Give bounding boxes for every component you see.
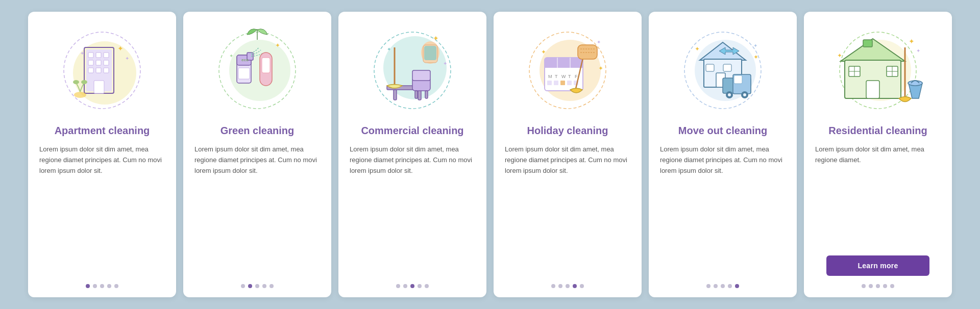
dot-1 <box>86 284 90 288</box>
dot-1 <box>241 284 245 288</box>
dot-2 <box>869 284 873 288</box>
svg-rect-36 <box>418 90 421 100</box>
svg-text:✦: ✦ <box>541 48 546 56</box>
svg-rect-62 <box>560 81 565 85</box>
card-dots-holiday <box>494 284 642 288</box>
card-commercial: ✦ ✦ ✦ Commercial cleaning Lorem ipsum do… <box>338 12 486 297</box>
svg-rect-100 <box>866 81 879 98</box>
card-content-residential: Residential cleaning Lorem ipsum dolor s… <box>804 124 952 276</box>
svg-text:✦: ✦ <box>443 61 447 66</box>
svg-rect-44 <box>424 46 436 60</box>
card-content-green: Green cleaning Lorem ipsum dolor sit dim… <box>183 124 331 276</box>
dot-3 <box>410 284 414 288</box>
svg-rect-77 <box>706 64 714 71</box>
svg-text:✦: ✦ <box>837 52 842 59</box>
dot-3 <box>100 284 104 288</box>
svg-text:✦: ✦ <box>117 44 124 53</box>
dot-3 <box>566 284 570 288</box>
dot-5 <box>425 284 429 288</box>
illustration-apartment: ✦ ✦ ✦ <box>28 12 176 124</box>
svg-point-83 <box>728 93 731 96</box>
dot-5 <box>735 284 739 288</box>
svg-rect-52 <box>545 65 583 68</box>
svg-text:eco: eco <box>241 58 249 62</box>
dot-3 <box>255 284 259 288</box>
card-dots-apartment <box>28 284 176 288</box>
svg-rect-9 <box>104 60 109 65</box>
svg-rect-10 <box>88 68 93 73</box>
dot-5 <box>580 284 584 288</box>
card-title-commercial: Commercial cleaning <box>350 124 475 137</box>
svg-text:✦: ✦ <box>229 53 233 59</box>
learn-more-button[interactable]: Learn more <box>826 255 929 276</box>
dot-5 <box>890 284 894 288</box>
svg-rect-6 <box>104 53 109 58</box>
svg-text:M: M <box>548 74 552 79</box>
svg-rect-35 <box>394 90 397 100</box>
illustration-commercial: ✦ ✦ ✦ <box>338 12 486 124</box>
illustration-holiday: M T W T F ✦ ✦ ✦ <box>494 12 642 124</box>
dot-2 <box>714 284 718 288</box>
svg-text:✦: ✦ <box>125 56 129 61</box>
svg-rect-39 <box>425 91 428 98</box>
card-content-holiday: Holiday cleaning Lorem ipsum dolor sit d… <box>494 124 642 276</box>
svg-point-15 <box>73 80 79 84</box>
illustration-residential: ✦ ✦ ✦ <box>804 12 952 124</box>
svg-text:✦: ✦ <box>433 34 439 42</box>
svg-rect-38 <box>415 91 418 98</box>
svg-rect-4 <box>88 53 93 58</box>
dot-4 <box>418 284 422 288</box>
svg-rect-12 <box>104 68 109 73</box>
dot-4 <box>107 284 111 288</box>
svg-rect-11 <box>96 68 101 73</box>
svg-point-14 <box>74 92 86 98</box>
svg-rect-81 <box>734 75 742 84</box>
card-title-holiday: Holiday cleaning <box>505 124 630 137</box>
svg-rect-40 <box>412 70 430 81</box>
dot-4 <box>573 284 577 288</box>
dot-2 <box>93 284 97 288</box>
card-title-moveout: Move out cleaning <box>660 124 786 137</box>
svg-text:✦: ✦ <box>80 50 84 56</box>
svg-rect-8 <box>96 60 101 65</box>
svg-text:T: T <box>568 74 571 79</box>
card-dots-green <box>183 284 331 288</box>
svg-text:✦: ✦ <box>916 48 920 54</box>
card-content-apartment: Apartment cleaning Lorem ipsum dolor sit… <box>28 124 176 276</box>
svg-text:✦: ✦ <box>597 39 601 45</box>
dot-2 <box>403 284 407 288</box>
illustration-green: eco ✦ ✦ <box>183 12 331 124</box>
dot-1 <box>551 284 555 288</box>
svg-text:F: F <box>575 74 578 79</box>
svg-rect-63 <box>567 81 572 85</box>
svg-text:✦: ✦ <box>387 46 391 52</box>
svg-rect-93 <box>863 40 872 47</box>
dot-4 <box>262 284 266 288</box>
svg-rect-61 <box>554 81 558 85</box>
svg-text:✦: ✦ <box>695 45 700 53</box>
dot-2 <box>248 284 252 288</box>
svg-point-102 <box>908 81 922 86</box>
dot-5 <box>114 284 118 288</box>
card-dots-moveout <box>649 284 797 288</box>
svg-rect-78 <box>723 64 731 71</box>
card-title-green: Green cleaning <box>194 124 320 137</box>
card-body-moveout: Lorem ipsum dolor sit dim amet, mea regi… <box>660 144 786 276</box>
card-content-moveout: Move out cleaning Lorem ipsum dolor sit … <box>649 124 797 276</box>
card-dots-residential <box>804 284 952 288</box>
dot-3 <box>876 284 880 288</box>
svg-text:✦: ✦ <box>753 54 758 61</box>
dot-4 <box>728 284 732 288</box>
card-body-apartment: Lorem ipsum dolor sit dim amet, mea regi… <box>39 144 165 276</box>
svg-rect-66 <box>578 45 597 59</box>
svg-point-16 <box>81 80 87 84</box>
dot-1 <box>862 284 866 288</box>
card-title-residential: Residential cleaning <box>815 124 941 137</box>
dot-4 <box>883 284 887 288</box>
svg-text:✦: ✦ <box>753 43 757 48</box>
card-body-commercial: Lorem ipsum dolor sit dim amet, mea regi… <box>350 144 475 276</box>
card-holiday: M T W T F ✦ ✦ ✦ <box>494 12 642 297</box>
dot-5 <box>270 284 274 288</box>
card-moveout: ✦ ✦ ✦ Move out cleaning Lorem ipsum dolo… <box>649 12 797 297</box>
cards-container: ✦ ✦ ✦ Apartment cleaning Lorem ipsum dol… <box>16 2 964 307</box>
